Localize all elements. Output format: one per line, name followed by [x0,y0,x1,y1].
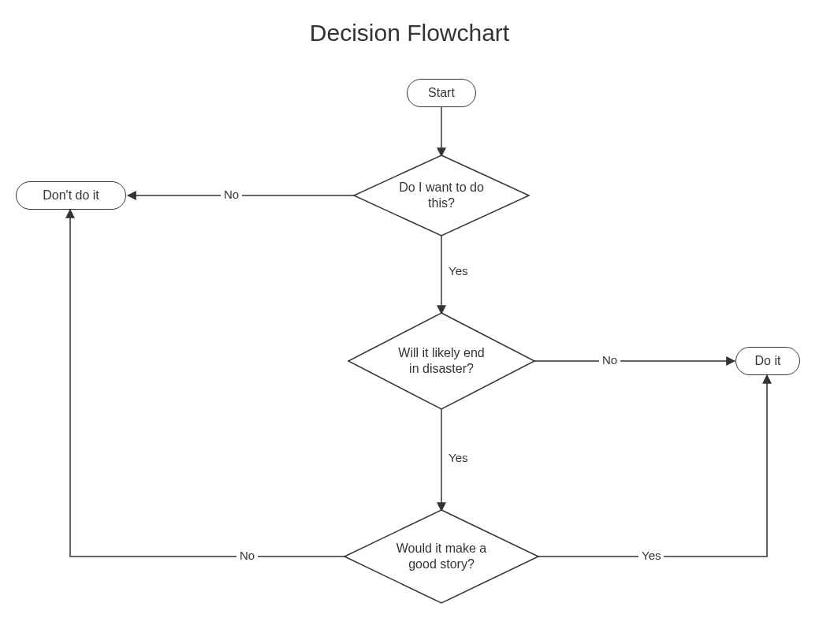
edge-story-no: No [236,549,258,562]
edge-disaster-yes: Yes [445,451,471,464]
edge-story-yes: Yes [638,549,664,562]
decision-story-text: Would it make a good story? [386,541,497,572]
decision-disaster-text-wrap: Will it likely end in disaster? [355,314,528,408]
edge-disaster-no: No [599,353,620,367]
decision-story-text-wrap: Would it make a good story? [353,511,530,602]
dont-do-it-node: Don't do it [16,181,126,210]
edge-want-no: No [221,188,242,201]
do-it-label: Do it [755,353,781,369]
chart-title: Decision Flowchart [0,20,819,47]
dont-do-it-label: Don't do it [43,188,99,203]
decision-want-text: Do I want to do this? [390,180,493,211]
start-label: Start [428,85,455,101]
edge-want-yes: Yes [445,264,471,277]
start-node: Start [407,79,476,107]
do-it-node: Do it [735,347,800,375]
decision-want-text-wrap: Do I want to do this? [363,156,520,235]
decision-disaster-text: Will it likely end in disaster? [394,345,489,377]
